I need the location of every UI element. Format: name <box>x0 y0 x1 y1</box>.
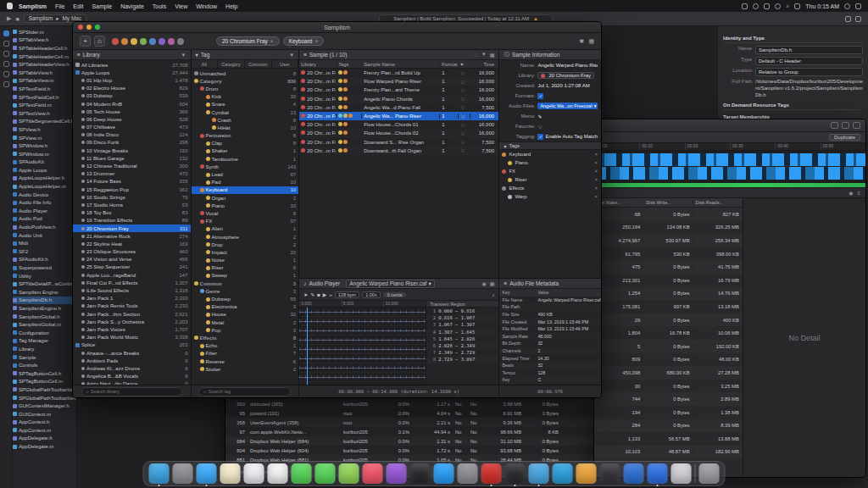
tag-item[interactable]: Organ 2 <box>192 194 299 202</box>
library-item[interactable]: 23 Oblique Structures 460 <box>73 248 191 256</box>
home-button[interactable]: ⌂ <box>94 36 105 47</box>
tag-item[interactable]: Cymbal 13 <box>192 108 299 116</box>
bpm-display[interactable]: 128 bpm <box>335 291 359 298</box>
library-item[interactable]: Jam Pack Remix Tools 2,230 <box>73 302 191 310</box>
file-row[interactable]: Sample <box>13 353 76 362</box>
battery-icon[interactable] <box>764 3 770 9</box>
process-row[interactable]: 358 UserEventAgent (358) root 0.0% 2.21 … <box>225 418 602 427</box>
target-icon[interactable]: ◉ <box>849 190 853 196</box>
play-button[interactable]: ▶ <box>323 291 327 297</box>
track-waveform-1[interactable] <box>594 153 865 166</box>
file-row[interactable]: SF2 <box>13 247 76 256</box>
col-disk-reads[interactable]: Disk Reads... <box>693 200 743 205</box>
favorite-heart-icon[interactable]: ♡ <box>459 139 470 145</box>
dock-icon-terminal[interactable] <box>505 463 526 484</box>
type-dropdown[interactable]: Default - C Header <box>755 57 863 65</box>
minimize-window-button[interactable] <box>86 25 92 30</box>
file-row[interactable]: AppleLoopsHelper.h <box>13 175 76 183</box>
filter-pill[interactable]: 20 Chromium Fray × <box>216 36 280 46</box>
playhead[interactable] <box>307 308 308 385</box>
file-row[interactable]: SPTextField.m <box>13 101 76 109</box>
dock-icon-vscode[interactable] <box>553 463 573 484</box>
library-item[interactable]: Splice 263 <box>73 341 191 349</box>
info-library-value[interactable]: 20 Chromium Fray <box>537 72 594 79</box>
tags-disclosure-icon[interactable]: ▾ <box>504 143 506 149</box>
dock-icon-sublime-text[interactable] <box>576 463 597 484</box>
file-row[interactable]: Superpowered <box>13 263 76 272</box>
library-item[interactable]: Apple Loops 27,444 <box>73 69 191 76</box>
favorite-toggle-icon[interactable]: ♡ <box>537 124 542 130</box>
library-search-field[interactable]: ⌕ <box>81 387 182 396</box>
tag-item[interactable]: Common 3 <box>192 280 299 287</box>
dock-icon-maps[interactable] <box>339 463 359 484</box>
tag-item[interactable]: Sweep 1 <box>192 272 299 280</box>
library-item[interactable]: Jam Pack 1 2,330 <box>73 295 191 302</box>
file-row[interactable]: Configuration <box>13 329 76 337</box>
file-row[interactable]: SPTableView.m <box>13 77 76 86</box>
favorite-heart-icon[interactable]: ♡ <box>459 122 470 128</box>
stats-row[interactable]: 1,133 56.57 MB 13.88 MB <box>594 432 743 446</box>
dock-icon-photos[interactable] <box>268 463 288 484</box>
tag-item[interactable]: Dubstep 55 <box>192 295 299 302</box>
tag-item[interactable]: Reverse 6 <box>192 358 299 365</box>
metadata-row[interactable]: File Name Angelic Warped Piano Riser.caf <box>499 297 601 304</box>
file-row[interactable]: SPView.m <box>13 134 76 142</box>
remove-filter-icon[interactable]: × <box>314 38 318 44</box>
tag-item[interactable]: Effects 8 <box>192 334 299 341</box>
library-item[interactable]: 25 Step Sequencer 241 <box>73 263 191 271</box>
sample-row[interactable]: 20 Chr...m Fray Angelic Wa...d Piano Fal… <box>299 103 498 112</box>
menu-item[interactable]: Navigate <box>116 3 148 9</box>
library-item[interactable]: 05 Tech House 366 <box>73 108 191 115</box>
sample-row[interactable]: 20 Chr...m Fray Angelic Piano Chords 1 ♡… <box>299 95 498 103</box>
sample-row[interactable]: 20 Chr...m Fray Flow House...Chords 02 1… <box>299 129 498 137</box>
library-item[interactable]: Final Cut P...nd Effects 1,307 <box>73 279 191 286</box>
tag-item[interactable]: Riser 6 <box>192 264 299 272</box>
tag-item[interactable]: Electronica 3 <box>192 303 299 311</box>
dock-icon-live[interactable] <box>481 463 502 484</box>
transient-row[interactable]: 4 1.307 ~ 1.645 <box>426 329 498 336</box>
transient-row[interactable]: 5 1.645 ~ 2.026 <box>426 336 498 342</box>
menu-app-name[interactable]: Samplism <box>14 3 51 9</box>
volume-icon[interactable]: ♪ <box>492 292 494 297</box>
remove-assigned-tag-icon[interactable]: × <box>594 152 598 157</box>
library-item[interactable]: 03 Dubstep 539 <box>73 92 191 100</box>
dock-icon-1password[interactable] <box>624 463 644 484</box>
settings-icon[interactable]: ✱ <box>580 38 585 45</box>
bluetooth-icon[interactable] <box>753 3 759 9</box>
notification-center-icon[interactable] <box>855 3 861 9</box>
tag-item[interactable]: FX 97 <box>192 218 299 225</box>
inspector-toggle-button[interactable] <box>855 16 861 22</box>
tag-item[interactable]: Drum 8 <box>192 85 299 92</box>
tag-item[interactable]: Vocal 8 <box>192 209 299 217</box>
file-row[interactable]: SFAudioKit.h <box>13 256 76 264</box>
location-dropdown[interactable]: Relative to Group <box>755 68 863 76</box>
file-row[interactable]: AudioPodView.h <box>13 223 76 231</box>
library-item[interactable]: 11 Blues Garage 132 <box>73 154 191 162</box>
remove-assigned-tag-icon[interactable]: × <box>594 169 598 174</box>
assigned-tag[interactable]: Piano × <box>499 158 601 167</box>
wifi-icon[interactable] <box>775 3 781 9</box>
file-row[interactable]: Library <box>13 345 76 353</box>
library-item[interactable]: Apple Loo...rageBand 147 <box>73 271 191 279</box>
siri-icon[interactable] <box>844 3 850 9</box>
library-item[interactable]: Jam Pack...thm Section 2,621 <box>73 310 191 318</box>
file-row[interactable]: Tag Manager <box>13 337 76 346</box>
file-row[interactable]: Utility <box>13 272 76 280</box>
col-tags[interactable]: Tags <box>337 62 362 67</box>
color-filter-dot[interactable] <box>121 38 128 45</box>
menu-item[interactable]: Help <box>221 3 242 9</box>
file-row[interactable]: SPTextFieldCell.h <box>13 93 76 102</box>
favorite-heart-icon[interactable]: ♡ <box>459 130 470 136</box>
tag-filter-icon[interactable]: ▼ <box>289 53 294 58</box>
dock-icon-iterm[interactable] <box>600 463 620 484</box>
transient-row[interactable]: 1 0.000 ~ 0.816 <box>426 308 498 314</box>
file-row[interactable]: SPSlider.m <box>13 28 76 36</box>
layout-toggle-icon[interactable]: ▦ <box>588 38 594 45</box>
stats-row[interactable]: 175,081 997 KB 13.18 MB <box>594 300 743 313</box>
file-row[interactable]: SPTableHeaderCell.m <box>13 53 76 61</box>
pencil-tool-icon[interactable]: ✎ <box>310 291 314 297</box>
track-area[interactable] <box>594 151 865 183</box>
dock-icon-finder[interactable] <box>149 463 170 484</box>
file-row[interactable]: SPTableView.h <box>13 69 76 77</box>
apple-menu-icon[interactable] <box>7 3 13 9</box>
